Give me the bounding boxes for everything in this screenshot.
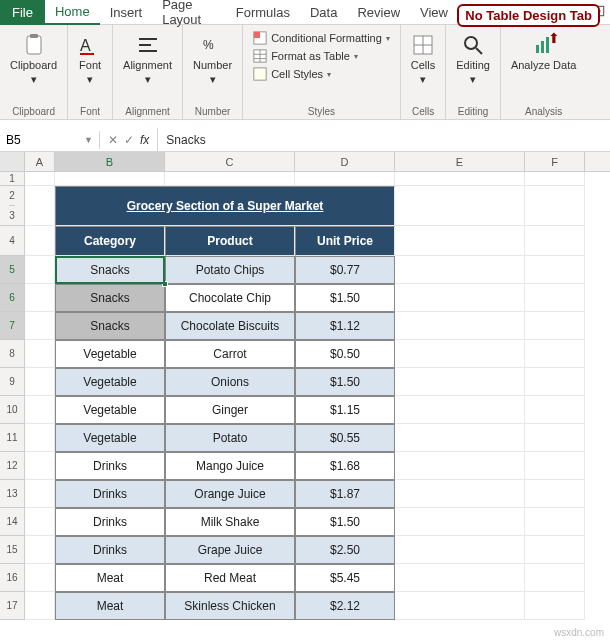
cell-price[interactable]: $5.45 [295, 564, 395, 592]
empty-cell[interactable] [525, 480, 585, 508]
empty-cell[interactable] [25, 536, 55, 564]
cell-category[interactable]: Snacks [55, 312, 165, 340]
cell-product[interactable]: Mango Juice [165, 452, 295, 480]
row-header[interactable]: 15 [0, 536, 25, 564]
empty-cell[interactable] [25, 452, 55, 480]
cell-product[interactable]: Red Meat [165, 564, 295, 592]
cell-product[interactable]: Skinless Chicken [165, 592, 295, 620]
cell-product[interactable]: Orange Juice [165, 480, 295, 508]
font-button[interactable]: A Font ▾ [74, 29, 106, 90]
row-header[interactable]: 9 [0, 368, 25, 396]
table-title[interactable]: Grocery Section of a Super Market [55, 186, 395, 226]
empty-cell[interactable] [25, 226, 55, 256]
empty-cell[interactable] [395, 480, 525, 508]
empty-cell[interactable] [395, 186, 525, 226]
spreadsheet-grid[interactable]: A B C D E F 123Grocery Section of a Supe… [0, 152, 610, 620]
cell-category[interactable]: Vegetable [55, 396, 165, 424]
row-header[interactable]: 1 [0, 172, 25, 186]
header-category[interactable]: Category [55, 226, 165, 256]
empty-cell[interactable] [25, 480, 55, 508]
empty-cell[interactable] [395, 396, 525, 424]
cell-product[interactable]: Milk Shake [165, 508, 295, 536]
cell-category[interactable]: Drinks [55, 480, 165, 508]
empty-cell[interactable] [395, 536, 525, 564]
view-tab[interactable]: View [410, 0, 458, 25]
cell-category[interactable]: Drinks [55, 508, 165, 536]
row-header[interactable]: 6 [0, 284, 25, 312]
empty-cell[interactable] [395, 256, 525, 284]
empty-cell[interactable] [525, 284, 585, 312]
empty-cell[interactable] [525, 424, 585, 452]
row-header[interactable]: 13 [0, 480, 25, 508]
empty-cell[interactable] [395, 284, 525, 312]
row-header[interactable]: 11 [0, 424, 25, 452]
empty-cell[interactable] [25, 172, 55, 186]
cell-category[interactable]: Drinks [55, 452, 165, 480]
insert-tab[interactable]: Insert [100, 0, 153, 25]
empty-cell[interactable] [525, 226, 585, 256]
home-tab[interactable]: Home [45, 0, 100, 25]
fx-icon[interactable]: fx [140, 133, 149, 147]
cell-price[interactable]: $1.50 [295, 368, 395, 396]
empty-cell[interactable] [395, 226, 525, 256]
cell-product[interactable]: Chocolate Chip [165, 284, 295, 312]
empty-cell[interactable] [395, 340, 525, 368]
empty-cell[interactable] [25, 396, 55, 424]
cell-price[interactable]: $1.15 [295, 396, 395, 424]
empty-cell[interactable] [25, 592, 55, 620]
empty-cell[interactable] [25, 256, 55, 284]
cell-category[interactable]: Meat [55, 564, 165, 592]
row-header[interactable]: 17 [0, 592, 25, 620]
col-header-A[interactable]: A [25, 152, 55, 171]
alignment-button[interactable]: Alignment ▾ [119, 29, 176, 90]
format-as-table-button[interactable]: Format as Table▾ [249, 47, 394, 65]
empty-cell[interactable] [395, 312, 525, 340]
empty-cell[interactable] [25, 284, 55, 312]
header-product[interactable]: Product [165, 226, 295, 256]
empty-cell[interactable] [25, 508, 55, 536]
cell-product[interactable]: Grape Juice [165, 536, 295, 564]
cell-product[interactable]: Ginger [165, 396, 295, 424]
empty-cell[interactable] [395, 424, 525, 452]
file-tab[interactable]: File [0, 0, 45, 25]
empty-cell[interactable] [525, 592, 585, 620]
cell-category[interactable]: Snacks [55, 284, 165, 312]
row-header[interactable]: 16 [0, 564, 25, 592]
empty-cell[interactable] [525, 186, 585, 226]
col-header-B[interactable]: B [55, 152, 165, 171]
empty-cell[interactable] [525, 396, 585, 424]
empty-cell[interactable] [395, 368, 525, 396]
empty-cell[interactable] [395, 508, 525, 536]
cell-category[interactable]: Vegetable [55, 368, 165, 396]
cell-category[interactable]: Meat [55, 592, 165, 620]
empty-cell[interactable] [25, 340, 55, 368]
name-box-dropdown-icon[interactable]: ▼ [84, 135, 93, 145]
row-header[interactable]: 10 [0, 396, 25, 424]
cell-product[interactable]: Onions [165, 368, 295, 396]
empty-cell[interactable] [25, 186, 55, 226]
empty-cell[interactable] [525, 452, 585, 480]
empty-cell[interactable] [525, 256, 585, 284]
data-tab[interactable]: Data [300, 0, 347, 25]
paste-button[interactable]: Clipboard ▾ [6, 29, 61, 90]
empty-cell[interactable] [25, 368, 55, 396]
empty-cell[interactable] [525, 172, 585, 186]
formulas-tab[interactable]: Formulas [226, 0, 300, 25]
col-header-D[interactable]: D [295, 152, 395, 171]
empty-cell[interactable] [295, 172, 395, 186]
row-header[interactable]: 5 [0, 256, 25, 284]
cell-category[interactable]: Drinks [55, 536, 165, 564]
empty-cell[interactable] [525, 312, 585, 340]
formula-input[interactable]: Snacks [158, 131, 610, 149]
cell-category[interactable]: Vegetable [55, 424, 165, 452]
row-header[interactable]: 4 [0, 226, 25, 256]
number-button[interactable]: % Number ▾ [189, 29, 236, 90]
cell-price[interactable]: $0.77 [295, 256, 395, 284]
conditional-formatting-button[interactable]: Conditional Formatting▾ [249, 29, 394, 47]
col-header-C[interactable]: C [165, 152, 295, 171]
row-header[interactable]: 8 [0, 340, 25, 368]
cell-category[interactable]: Snacks [55, 256, 165, 284]
cell-category[interactable]: Vegetable [55, 340, 165, 368]
cell-price[interactable]: $2.12 [295, 592, 395, 620]
select-all-corner[interactable] [0, 152, 25, 171]
